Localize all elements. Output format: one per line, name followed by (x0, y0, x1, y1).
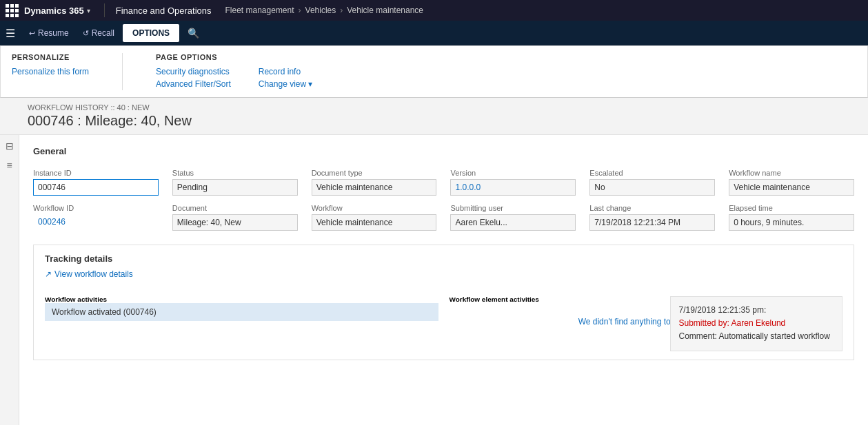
status-label: Status (172, 169, 298, 177)
app-name[interactable]: Dynamics 365 (24, 6, 84, 16)
workflow-activities-label: Workflow activities (45, 296, 438, 303)
options-dropdown-panel: PERSONALIZE Personalize this form PAGE O… (0, 45, 868, 98)
workflow-input[interactable] (312, 214, 437, 231)
personalize-form-link[interactable]: Personalize this form (12, 65, 89, 78)
resume-button[interactable]: ↩ Resume (23, 25, 74, 41)
workflow-activities-grid: Workflow activities Workflow activated (… (45, 296, 842, 351)
options-bar: ☰ ↩ Resume ↺ Recall OPTIONS 🔍 (0, 21, 868, 45)
search-icon[interactable]: 🔍 (182, 25, 205, 41)
escalated-input[interactable] (589, 179, 715, 196)
field-status: Status (172, 169, 298, 196)
record-info-link[interactable]: Record info (259, 65, 313, 78)
document-type-input[interactable] (312, 179, 437, 196)
module-name: Finance and Operations (116, 6, 212, 16)
field-version: Version (450, 169, 576, 196)
recall-icon: ↺ (83, 29, 89, 38)
status-input[interactable] (172, 179, 298, 196)
last-change-input[interactable] (589, 214, 715, 231)
app-chevron-icon[interactable]: ▾ (87, 7, 90, 14)
page-options-heading: PAGE OPTIONS (156, 53, 312, 61)
submitting-user-input[interactable] (450, 214, 576, 231)
workflow-log: 7/19/2018 12:21:35 pm: Submitted by: Aar… (670, 296, 843, 351)
tracking-section-title: Tracking details (45, 253, 842, 264)
field-instance-id: Instance ID (33, 169, 159, 196)
change-view-link[interactable]: Change view ▾ (259, 78, 313, 90)
menu-icon[interactable]: ≡ (6, 160, 12, 171)
page-options-section: PAGE OPTIONS Security diagnostics Advanc… (156, 53, 312, 90)
left-sidebar: ⊟ ≡ (0, 135, 19, 425)
personalize-heading: PERSONALIZE (12, 53, 89, 61)
submitting-user-label: Submitting user (450, 204, 576, 212)
page-header: WORKFLOW HISTORY :: 40 : NEW 000746 : Mi… (0, 98, 868, 135)
page-sub-title: WORKFLOW HISTORY :: 40 : NEW (28, 103, 857, 112)
field-submitting-user: Submitting user (450, 204, 576, 231)
app-grid-icon[interactable] (6, 4, 19, 17)
field-escalated: Escalated (589, 169, 715, 196)
change-view-chevron: ▾ (308, 79, 312, 89)
hamburger-icon[interactable]: ☰ (6, 27, 15, 40)
personalize-section: PERSONALIZE Personalize this form (12, 53, 89, 90)
breadcrumb-sep-2: › (340, 6, 343, 15)
panel-divider (122, 53, 123, 90)
filter-icon[interactable]: ⊟ (6, 141, 14, 152)
top-nav-bar: Dynamics 365 ▾ Finance and Operations Fl… (0, 0, 868, 21)
nav-divider (104, 3, 105, 17)
field-elapsed-time: Elapsed time (729, 204, 854, 231)
workflow-id-link[interactable]: 000246 (33, 214, 159, 231)
resume-icon: ↩ (29, 29, 35, 38)
version-input[interactable] (450, 179, 576, 196)
field-workflow-name: Workflow name (729, 169, 854, 196)
workflow-name-label: Workflow name (729, 169, 854, 177)
log-comment: Comment: Automatically started workflow (679, 330, 834, 343)
workflow-activity-item[interactable]: Workflow activated (000746) (45, 303, 438, 321)
advanced-filter-link[interactable]: Advanced Filter/Sort (156, 78, 231, 90)
log-submitted-by: Submitted by: Aaren Ekelund (679, 317, 834, 330)
recall-button[interactable]: ↺ Recall (77, 25, 120, 41)
breadcrumb-item-2[interactable]: Vehicles (305, 6, 336, 15)
breadcrumb-item-3: Vehicle maintenance (347, 6, 423, 15)
instance-id-input[interactable] (33, 179, 159, 196)
workflow-id-label: Workflow ID (33, 204, 159, 212)
instance-id-label: Instance ID (33, 169, 159, 177)
breadcrumb: Fleet management › Vehicles › Vehicle ma… (225, 6, 424, 15)
escalated-label: Escalated (589, 169, 715, 177)
field-workflow: Workflow (312, 204, 437, 231)
field-workflow-id: Workflow ID 000246 (33, 204, 159, 231)
version-label: Version (450, 169, 576, 177)
elapsed-time-input[interactable] (729, 214, 854, 231)
view-workflow-link[interactable]: ↗ View workflow details (45, 269, 133, 279)
log-timestamp: 7/19/2018 12:21:35 pm: (679, 304, 834, 317)
expand-icon: ↗ (45, 269, 52, 279)
workflow-name-input[interactable] (729, 179, 854, 196)
breadcrumb-sep-1: › (299, 6, 301, 15)
document-input[interactable] (172, 214, 298, 231)
field-document-type: Document type (312, 169, 437, 196)
options-tab[interactable]: OPTIONS (123, 24, 179, 42)
general-section-title: General (33, 146, 854, 159)
layout-wrapper: ⊟ ≡ General Instance ID Status Document … (0, 135, 868, 425)
security-diagnostics-link[interactable]: Security diagnostics (156, 65, 231, 78)
document-label: Document (172, 204, 298, 212)
workflow-activities-column: Workflow activities Workflow activated (… (45, 296, 438, 340)
workflow-log-panel: 7/19/2018 12:21:35 pm: Submitted by: Aar… (670, 296, 843, 351)
breadcrumb-item-1[interactable]: Fleet management (225, 6, 294, 15)
tracking-section: Tracking details ↗ View workflow details… (33, 245, 854, 360)
general-fields-grid: Instance ID Status Document type Version… (33, 169, 854, 231)
document-type-label: Document type (312, 169, 437, 177)
page-main-title: 000746 : Mileage: 40, New (28, 113, 857, 129)
field-document: Document (172, 204, 298, 231)
last-change-label: Last change (589, 204, 715, 212)
form-content: General Instance ID Status Document type… (19, 135, 868, 425)
elapsed-time-label: Elapsed time (729, 204, 854, 212)
field-last-change: Last change (589, 204, 715, 231)
workflow-label: Workflow (312, 204, 437, 212)
